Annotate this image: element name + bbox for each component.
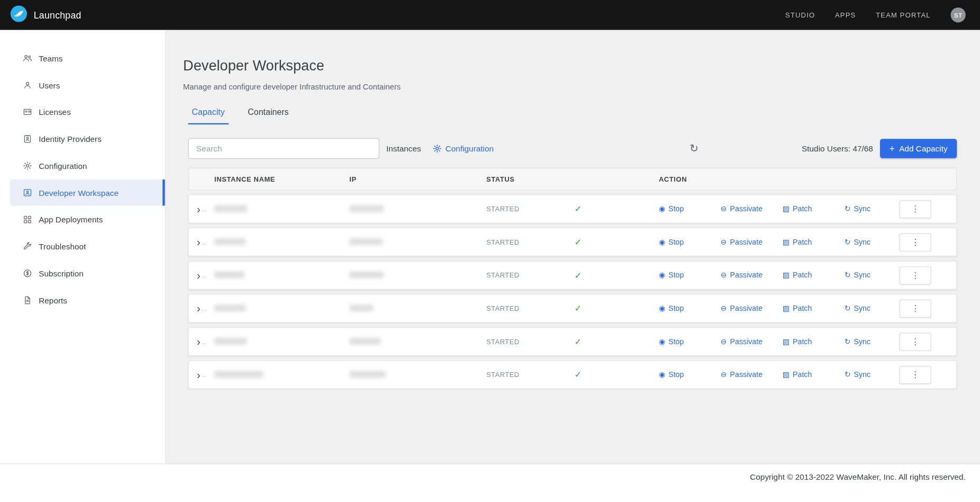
table-row: ›.. STARTED✓ ◉Stop ⊖Passivate ▨Patch ↻Sy… <box>188 228 957 256</box>
patch-action[interactable]: ▨Patch <box>783 304 845 313</box>
wrench-icon <box>23 241 33 252</box>
ip-redacted <box>349 238 383 245</box>
passivate-label: Passivate <box>730 304 763 313</box>
status-text: STARTED <box>486 205 520 212</box>
sidebar-item-label: App Deployments <box>39 215 103 225</box>
nav-link-team-portal[interactable]: TEAM PORTAL <box>876 11 930 19</box>
instance-name-redacted <box>214 338 247 345</box>
kebab-icon: ⋮ <box>911 204 920 214</box>
patch-label: Patch <box>793 271 812 280</box>
sidebar-item-reports[interactable]: Reports <box>10 287 165 313</box>
sidebar-item-troubleshoot[interactable]: Troubleshoot <box>10 234 165 260</box>
search-input[interactable] <box>188 138 379 159</box>
stop-action[interactable]: ◉Stop <box>659 271 721 280</box>
patch-action[interactable]: ▨Patch <box>783 370 845 379</box>
row-prefix: .. <box>202 239 207 246</box>
sidebar-item-teams[interactable]: Teams <box>10 45 165 71</box>
sync-label: Sync <box>854 370 870 379</box>
passivate-label: Passivate <box>730 370 763 379</box>
user-avatar[interactable]: ST <box>950 7 965 22</box>
row-prefix: .. <box>202 272 207 279</box>
sync-action[interactable]: ↻Sync <box>845 271 870 280</box>
passivate-icon: ⊖ <box>721 304 727 312</box>
stop-action[interactable]: ◉Stop <box>659 337 721 346</box>
check-icon: ✓ <box>575 303 582 313</box>
stop-label: Stop <box>668 370 684 379</box>
licenses-icon <box>23 107 33 117</box>
expand-chevron-icon[interactable]: › <box>197 336 201 347</box>
sidebar-item-configuration[interactable]: Configuration <box>10 153 165 179</box>
nav-link-apps[interactable]: APPS <box>835 11 856 19</box>
passivate-action[interactable]: ⊖Passivate <box>721 238 783 247</box>
passivate-action[interactable]: ⊖Passivate <box>721 370 783 379</box>
ip-redacted <box>349 338 380 345</box>
tab-capacity[interactable]: Capacity <box>188 107 229 124</box>
patch-label: Patch <box>793 204 812 213</box>
expand-chevron-icon[interactable]: › <box>197 270 201 281</box>
instances-table: INSTANCE NAME IP STATUS ACTION ›.. START… <box>188 168 957 389</box>
patch-icon: ▨ <box>783 371 790 378</box>
row-menu-button[interactable]: ⋮ <box>900 365 931 383</box>
sidebar-item-label: Users <box>39 80 60 90</box>
studio-users-count: Studio Users: 47/68 <box>802 144 873 154</box>
configuration-link[interactable]: Configuration <box>432 144 494 154</box>
patch-action[interactable]: ▨Patch <box>783 337 845 346</box>
sidebar-item-licenses[interactable]: Licenses <box>10 99 165 126</box>
sync-label: Sync <box>854 204 870 213</box>
sidebar-item-identity-providers[interactable]: Identity Providers <box>10 126 165 152</box>
top-navbar: Launchpad STUDIO APPS TEAM PORTAL ST <box>0 0 980 30</box>
stop-label: Stop <box>668 271 684 280</box>
stop-action[interactable]: ◉Stop <box>659 204 721 213</box>
row-menu-button[interactable]: ⋮ <box>900 233 931 251</box>
passivate-action[interactable]: ⊖Passivate <box>721 337 783 346</box>
stop-label: Stop <box>668 304 684 313</box>
kebab-icon: ⋮ <box>911 370 920 380</box>
patch-action[interactable]: ▨Patch <box>783 238 845 247</box>
patch-label: Patch <box>793 337 812 346</box>
row-menu-button[interactable]: ⋮ <box>900 299 931 317</box>
sync-label: Sync <box>854 304 870 313</box>
passivate-action[interactable]: ⊖Passivate <box>721 204 783 213</box>
plus-icon: + <box>890 144 895 154</box>
sidebar-item-subscription[interactable]: Subscription <box>10 260 165 286</box>
expand-chevron-icon[interactable]: › <box>197 237 201 247</box>
tab-containers[interactable]: Containers <box>244 107 292 124</box>
status-text: STARTED <box>486 338 520 345</box>
passivate-icon: ⊖ <box>721 205 727 212</box>
sidebar-item-users[interactable]: Users <box>10 72 165 98</box>
sync-action[interactable]: ↻Sync <box>845 370 870 379</box>
expand-chevron-icon[interactable]: › <box>197 303 201 313</box>
sidebar-item-developer-workspace[interactable]: Developer Workspace <box>10 180 165 206</box>
sidebar-item-label: Configuration <box>39 161 87 171</box>
row-menu-button[interactable]: ⋮ <box>900 266 931 284</box>
expand-chevron-icon[interactable]: › <box>197 369 201 380</box>
passivate-label: Passivate <box>730 337 763 346</box>
sidebar-item-app-deployments[interactable]: App Deployments <box>10 207 165 233</box>
sync-icon: ↻ <box>845 338 851 345</box>
stop-label: Stop <box>668 238 684 247</box>
stop-action[interactable]: ◉Stop <box>659 304 721 313</box>
app-window: Launchpad STUDIO APPS TEAM PORTAL ST Tea… <box>0 0 980 502</box>
gear-icon <box>432 144 442 154</box>
users-icon <box>23 80 33 90</box>
sync-action[interactable]: ↻Sync <box>845 204 870 213</box>
brand: Launchpad <box>10 5 81 25</box>
sync-action[interactable]: ↻Sync <box>845 337 870 346</box>
stop-action[interactable]: ◉Stop <box>659 370 721 379</box>
patch-action[interactable]: ▨Patch <box>783 271 845 280</box>
row-menu-button[interactable]: ⋮ <box>900 333 931 351</box>
passivate-action[interactable]: ⊖Passivate <box>721 271 783 280</box>
passivate-action[interactable]: ⊖Passivate <box>721 304 783 313</box>
row-menu-button[interactable]: ⋮ <box>900 200 931 218</box>
refresh-icon[interactable]: ↻ <box>689 143 698 154</box>
nav-link-studio[interactable]: STUDIO <box>785 11 815 19</box>
patch-action[interactable]: ▨Patch <box>783 204 845 213</box>
stop-action[interactable]: ◉Stop <box>659 238 721 247</box>
sync-action[interactable]: ↻Sync <box>845 238 870 247</box>
expand-chevron-icon[interactable]: › <box>197 203 201 214</box>
sync-icon: ↻ <box>845 272 851 279</box>
sync-action[interactable]: ↻Sync <box>845 304 870 313</box>
patch-label: Patch <box>793 238 812 247</box>
kebab-icon: ⋮ <box>911 303 920 313</box>
add-capacity-button[interactable]: + Add Capacity <box>880 139 957 158</box>
